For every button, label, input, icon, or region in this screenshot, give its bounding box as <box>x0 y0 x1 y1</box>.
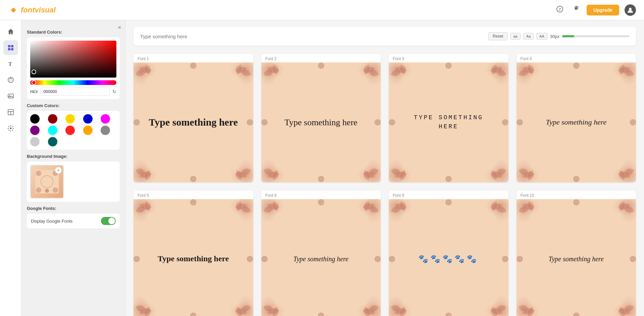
svg-rect-15 <box>8 94 13 98</box>
svg-point-13 <box>11 81 12 82</box>
color-swatch[interactable] <box>101 114 110 124</box>
svg-point-12 <box>9 81 10 82</box>
preview-bar: Reset aa Aa AA 30px <box>133 27 636 46</box>
hex-row: HEX ↻ <box>30 88 116 96</box>
svg-point-29 <box>190 62 197 69</box>
font-card[interactable]: Font 4Type something here <box>517 54 636 182</box>
color-swatch[interactable] <box>101 126 110 135</box>
bg-close-button[interactable]: × <box>55 167 62 174</box>
logo-text: fontvisual <box>21 6 56 14</box>
color-swatch[interactable] <box>48 126 57 135</box>
font-card-label: Font 3 <box>389 54 508 62</box>
font-card[interactable]: Font 1Type something here <box>133 54 253 182</box>
size-small-button[interactable]: aa <box>510 33 520 40</box>
size-value-label: 30px <box>550 34 559 39</box>
font-bg: Type something here <box>261 199 381 316</box>
color-picker-area: HEX ↻ <box>27 37 120 99</box>
svg-point-43 <box>630 119 636 126</box>
svg-point-32 <box>318 176 324 182</box>
font-card[interactable]: Font 2Type something here <box>261 54 381 182</box>
bg-preview: × <box>30 165 64 198</box>
svg-rect-7 <box>11 48 13 50</box>
svg-point-41 <box>573 62 579 69</box>
font-card-preview: 🐾🐾🐾🐾🐾 <box>389 199 508 316</box>
size-large-button[interactable]: AA <box>536 33 547 40</box>
toggle-knob <box>108 218 115 224</box>
hex-input[interactable] <box>41 88 110 96</box>
google-fonts-section: Google Fonts: Display Google Fonts <box>27 206 120 228</box>
svg-point-3 <box>629 8 632 10</box>
font-bg: TYPE SOMETHING HERE <box>389 62 508 182</box>
svg-point-51 <box>374 256 381 262</box>
color-swatch[interactable] <box>83 114 93 124</box>
font-bg: Type something here <box>517 199 636 316</box>
color-swatch[interactable] <box>30 114 40 124</box>
color-swatch[interactable] <box>48 114 57 124</box>
svg-text:T: T <box>8 61 12 67</box>
color-swatch[interactable] <box>65 126 75 135</box>
color-swatch[interactable] <box>48 137 57 146</box>
svg-point-47 <box>247 256 253 262</box>
svg-point-11 <box>11 79 12 80</box>
color-swatch[interactable] <box>65 114 75 124</box>
color-swatch[interactable] <box>30 126 40 135</box>
bg-image-box: × <box>27 162 120 202</box>
sidebar-item-palette[interactable] <box>3 73 18 87</box>
svg-point-45 <box>190 199 197 206</box>
sidebar-item-grid[interactable] <box>3 40 18 55</box>
reset-button[interactable]: Reset <box>488 32 507 40</box>
icon-sidebar: T <box>0 20 21 316</box>
size-slider[interactable] <box>562 35 629 37</box>
collapse-button[interactable]: « <box>118 24 121 30</box>
font-card[interactable]: Font 6Type something here <box>261 190 381 316</box>
font-card[interactable]: Font 5Type something here <box>133 190 253 316</box>
font-bg: Type something here <box>517 62 636 182</box>
color-swatch[interactable] <box>30 137 40 146</box>
hue-slider[interactable] <box>30 80 116 85</box>
font-text: Type something here <box>288 249 354 269</box>
svg-point-14 <box>10 78 11 79</box>
svg-point-10 <box>9 79 10 80</box>
svg-rect-4 <box>8 45 10 47</box>
font-card-preview: Type something here <box>133 199 253 316</box>
svg-point-52 <box>445 312 452 316</box>
gradient-canvas[interactable] <box>30 41 116 78</box>
avatar-button[interactable] <box>625 4 636 16</box>
svg-point-50 <box>261 256 268 262</box>
svg-point-20 <box>10 128 11 129</box>
color-swatch[interactable] <box>83 126 93 135</box>
sidebar-item-layout[interactable] <box>3 105 18 120</box>
panel-sidebar: « Standard Colors: HEX ↻ Custom Colors: … <box>21 20 125 316</box>
font-card-preview: TYPE SOMETHING HERE <box>389 62 508 182</box>
svg-point-23 <box>36 171 41 176</box>
sidebar-item-text[interactable]: T <box>3 56 18 71</box>
sidebar-item-settings[interactable] <box>3 121 18 136</box>
svg-point-33 <box>318 62 324 69</box>
font-card[interactable]: Font 3TYPE SOMETHING HERE <box>389 54 508 182</box>
font-card[interactable]: Font 10Type something here <box>517 190 636 316</box>
settings-button[interactable] <box>571 4 581 16</box>
hue-thumb[interactable] <box>32 80 36 85</box>
svg-point-58 <box>517 256 523 262</box>
size-medium-button[interactable]: Aa <box>523 33 534 40</box>
font-card-label: Font 6 <box>261 190 381 199</box>
bg-image-section: Background Image: <box>27 154 120 202</box>
refresh-button[interactable]: ↻ <box>112 89 116 94</box>
hex-label: HEX <box>30 90 38 94</box>
help-button[interactable]: ? <box>554 4 565 16</box>
preview-text-input[interactable] <box>140 34 483 39</box>
upgrade-button[interactable]: Upgrade <box>587 5 619 15</box>
svg-point-26 <box>53 187 58 193</box>
color-thumb[interactable] <box>32 70 36 74</box>
google-fonts-toggle[interactable] <box>101 217 116 225</box>
sidebar-item-home[interactable] <box>3 24 18 39</box>
svg-point-28 <box>190 176 197 182</box>
font-card[interactable]: Font 9🐾🐾🐾🐾🐾 <box>389 190 508 316</box>
font-card-label: Font 10 <box>517 190 636 199</box>
svg-point-30 <box>133 119 140 126</box>
svg-point-27 <box>45 189 49 193</box>
avatar <box>625 4 636 16</box>
svg-point-37 <box>445 62 452 69</box>
toggle-row: Display Google Fonts <box>27 214 120 228</box>
sidebar-item-image[interactable] <box>3 89 18 103</box>
